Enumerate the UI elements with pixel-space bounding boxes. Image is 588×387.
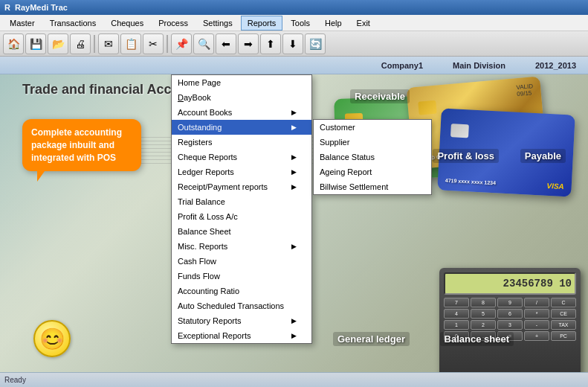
card-chip-gold (418, 100, 436, 115)
calc-btn-8[interactable]: 8 (471, 298, 496, 307)
main-content: Trade and financial Acc ABSAplatinum 471… (0, 74, 588, 387)
smiley-face: 😊 (33, 320, 71, 357)
toolbar-print[interactable]: 🖨 (70, 33, 91, 54)
calc-btn-7[interactable]: 7 (444, 298, 469, 307)
calc-btn-mul[interactable]: * (524, 309, 549, 319)
toolbar-sep1 (94, 35, 95, 53)
calc-btn-2[interactable]: 2 (471, 320, 496, 330)
reports-dropdown: Home Page DayBook Account Books ▶ Outsta… (171, 74, 312, 344)
arrow-icon: ▶ (291, 124, 297, 131)
menu-item-statutory[interactable]: Statutory Reports ▶ (172, 313, 311, 328)
calc-btn-6[interactable]: 6 (497, 309, 523, 319)
toolbar-mail[interactable]: ✉ (98, 33, 119, 54)
arrow-icon: ▶ (291, 153, 297, 161)
label-payable: Payable (520, 149, 566, 163)
menu-item-balance-sheet-rpt[interactable]: Balance Sheet (172, 224, 311, 239)
label-profit-loss: Profit & loss (433, 149, 499, 163)
calc-display: 23456789 10 (503, 278, 572, 290)
toolbar-back[interactable]: ⬅ (216, 33, 236, 54)
menu-item-homepage[interactable]: Home Page (172, 75, 311, 90)
menu-item-accounting-ratio[interactable]: Accounting Ratio (172, 284, 311, 298)
menu-master[interactable]: Master (3, 16, 42, 31)
calc-btn-3[interactable]: 3 (497, 320, 523, 330)
calc-btn-4[interactable]: 4 (444, 309, 469, 319)
menu-item-funds-flow[interactable]: Funds Flow (172, 269, 311, 284)
calc-btn-tax[interactable]: TAX (551, 320, 576, 330)
calc-btn-add[interactable]: + (524, 331, 549, 341)
menu-item-receipt-payment[interactable]: Receipt/Payment reports ▶ (172, 179, 311, 194)
arrow-icon: ▶ (291, 332, 297, 339)
toolbar-down[interactable]: ⬇ (282, 33, 303, 54)
toolbar-open[interactable]: 📂 (48, 33, 68, 54)
toolbar: 🏠 💾 📂 🖨 ✉ 📋 ✂ 📌 🔍 ⬅ ➡ ⬆ ⬇ 🔄 (0, 31, 588, 57)
submenu-ageing-report[interactable]: Ageing Report (314, 164, 431, 179)
toolbar-save[interactable]: 💾 (25, 33, 46, 54)
menu-item-ledger-reports[interactable]: Ledger Reports ▶ (172, 164, 311, 179)
calculator-area: 23456789 10 7 8 9 / C 4 5 6 * CE 1 2 3 -… (439, 268, 588, 387)
toolbar-home[interactable]: 🏠 (3, 33, 24, 54)
menu-cheques[interactable]: Cheques (104, 16, 150, 31)
arrow-icon: ▶ (291, 168, 297, 176)
trade-heading: Trade and financial Acc (22, 82, 171, 97)
menu-process[interactable]: Process (152, 16, 195, 31)
toolbar-cut[interactable]: ✂ (143, 33, 164, 54)
toolbar-search[interactable]: 🔍 (193, 33, 214, 54)
toolbar-pin[interactable]: 📌 (171, 33, 192, 54)
menu-item-registers[interactable]: Registers (172, 135, 311, 150)
outstanding-submenu: Customer Supplier Balance Status Ageing … (313, 119, 432, 195)
card-chip-blue (450, 124, 469, 138)
label-general-ledger: General ledger (333, 332, 410, 346)
toolbar-refresh[interactable]: 🔄 (305, 33, 326, 54)
menu-item-exceptional[interactable]: Exceptional Reports ▶ (172, 328, 311, 343)
arrow-icon: ▶ (291, 109, 297, 116)
calc-btn-c[interactable]: C (551, 298, 576, 307)
menu-item-profit-loss[interactable]: Profit & Loss A/c (172, 209, 311, 224)
company-bar: Company1 Main Division 2012_2013 (0, 57, 588, 74)
menu-settings[interactable]: Settings (196, 16, 239, 31)
division-name: Main Division (453, 61, 505, 70)
toolbar-forward[interactable]: ➡ (238, 33, 259, 54)
menu-item-cash-flow[interactable]: Cash Flow (172, 254, 311, 269)
callout-text: Complete accounting package inbuilt and … (31, 127, 122, 163)
menu-item-cheque-reports[interactable]: Cheque Reports ▶ (172, 150, 311, 164)
menu-item-misc[interactable]: Misc. Reports ▶ (172, 239, 311, 254)
submenu-supplier[interactable]: Supplier (314, 135, 431, 150)
toolbar-sep2 (167, 35, 168, 53)
title-bar: R RayMedi Trac (0, 0, 588, 15)
status-text: Ready (4, 376, 26, 384)
status-bar: Ready (0, 372, 588, 387)
menu-item-trial-balance[interactable]: Trial Balance (172, 194, 311, 209)
card-label-blue: 4719 xxxx xxxx 1234 (445, 178, 496, 186)
arrow-icon: ▶ (291, 183, 297, 191)
menu-item-auto-scheduled[interactable]: Auto Scheduled Transactions (172, 298, 311, 313)
menu-bar: Master Transactions Cheques Process Sett… (0, 15, 588, 31)
menu-item-account-books[interactable]: Account Books ▶ (172, 105, 311, 120)
menu-tools[interactable]: Tools (284, 16, 317, 31)
menu-transactions[interactable]: Transactions (43, 16, 103, 31)
menu-help[interactable]: Help (318, 16, 349, 31)
app-icon: R (4, 3, 10, 12)
company-name: Company1 (381, 61, 423, 70)
calc-btn-ce[interactable]: CE (551, 309, 576, 319)
menu-exit[interactable]: Exit (350, 16, 377, 31)
menu-item-daybook[interactable]: DayBook (172, 90, 311, 105)
calc-btn-1[interactable]: 1 (444, 320, 469, 330)
arrow-icon: ▶ (291, 317, 297, 324)
toolbar-clipboard[interactable]: 📋 (120, 33, 141, 54)
card-visa: VISA (546, 182, 564, 191)
calc-btn-5[interactable]: 5 (471, 309, 496, 319)
calc-btn-div[interactable]: / (524, 298, 549, 307)
menu-item-outstanding[interactable]: Outstanding ▶ (172, 120, 311, 135)
calc-btn-sub[interactable]: - (524, 320, 549, 330)
label-balance-sheet: Balance sheet (440, 332, 514, 346)
submenu-balance-status[interactable]: Balance Status (314, 150, 431, 164)
submenu-billwise-settlement[interactable]: Billwise Settlement (314, 179, 431, 194)
calculator-body: 23456789 10 7 8 9 / C 4 5 6 * CE 1 2 3 -… (439, 268, 581, 380)
calc-btn-9[interactable]: 9 (497, 298, 523, 307)
calc-btn-pc[interactable]: PC (551, 331, 576, 341)
menu-reports[interactable]: Reports (241, 16, 283, 31)
submenu-customer[interactable]: Customer (314, 120, 431, 135)
calc-screen: 23456789 10 (444, 272, 576, 295)
toolbar-up[interactable]: ⬆ (260, 33, 281, 54)
app-title: RayMedi Trac (15, 3, 68, 12)
